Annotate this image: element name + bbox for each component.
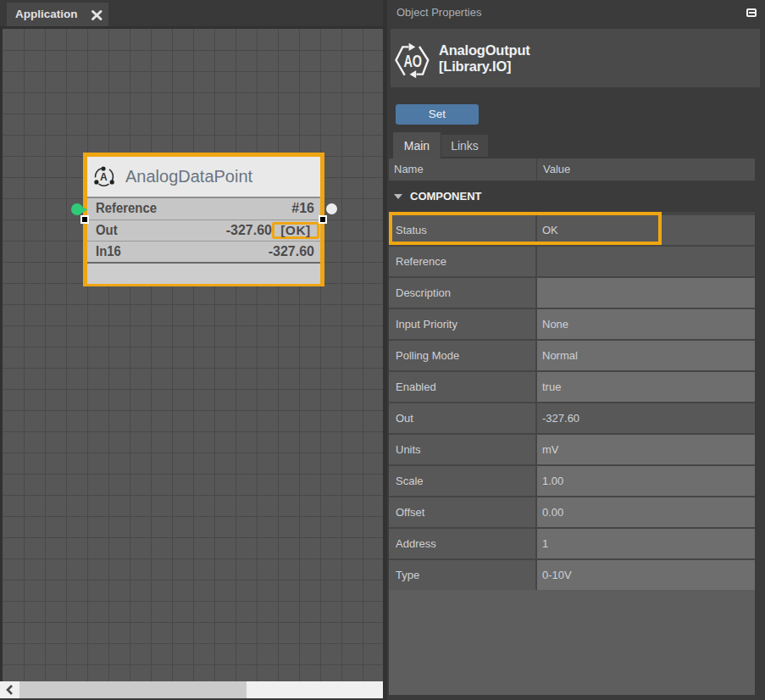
svg-text:AO: AO [403,52,422,71]
svg-text:A: A [100,171,108,183]
